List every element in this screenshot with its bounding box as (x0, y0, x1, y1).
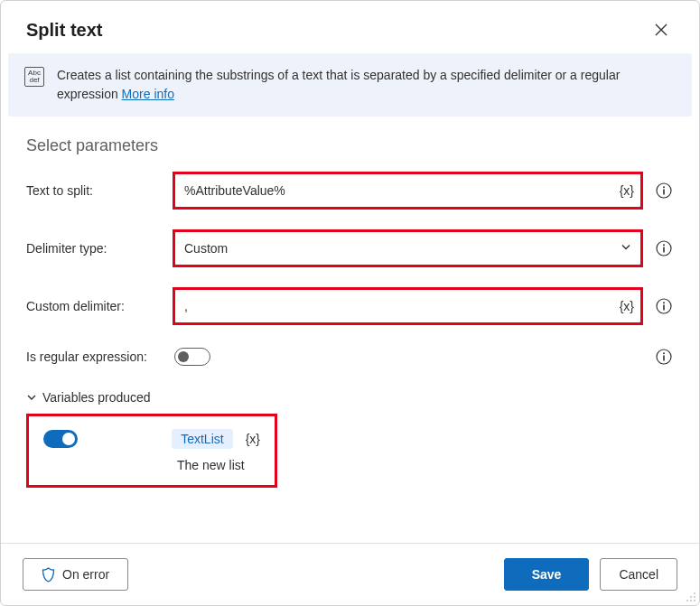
row-delimiter-type: Delimiter type: Custom (26, 231, 674, 266)
info-button[interactable] (654, 238, 674, 258)
row-custom-delimiter: Custom delimiter: {x} (26, 289, 674, 323)
svg-point-4 (663, 244, 665, 246)
text-to-split-input[interactable] (174, 173, 641, 208)
variable-picker-icon[interactable]: {x} (246, 432, 260, 446)
custom-delimiter-input[interactable] (174, 289, 641, 323)
info-icon (656, 298, 672, 314)
field-delimiter-type: Custom (174, 231, 641, 266)
svg-rect-2 (663, 190, 665, 195)
field-custom-delimiter: {x} (174, 289, 641, 323)
variable-picker-icon[interactable]: {x} (620, 183, 634, 198)
svg-point-13 (694, 596, 695, 598)
save-button[interactable]: Save (504, 558, 590, 591)
svg-point-1 (663, 186, 665, 188)
label-custom-delimiter: Custom delimiter: (26, 299, 162, 313)
info-icon (656, 240, 672, 256)
chevron-down-icon (620, 241, 632, 256)
field-text-to-split: {x} (174, 173, 641, 208)
variables-produced-box: TextList {x} The new list (26, 414, 277, 488)
resize-grip-icon[interactable] (685, 591, 697, 603)
variable-row: TextList {x} (43, 429, 260, 449)
shield-icon (42, 567, 55, 583)
svg-point-15 (690, 596, 692, 598)
is-regex-toggle[interactable] (174, 348, 210, 366)
svg-rect-8 (663, 305, 665, 311)
chevron-down-icon (26, 392, 37, 403)
svg-point-10 (663, 352, 665, 354)
row-is-regex: Is regular expression: (26, 347, 674, 367)
dialog-header: Split text (1, 1, 699, 53)
info-icon (656, 182, 672, 199)
split-text-dialog: Split text Abcdef Creates a list contain… (0, 0, 700, 606)
svg-point-16 (690, 600, 692, 601)
label-is-regex: Is regular expression: (26, 350, 162, 364)
svg-rect-5 (663, 247, 665, 253)
info-icon (656, 349, 672, 365)
variable-name-chip[interactable]: TextList (172, 429, 232, 449)
variable-enabled-toggle[interactable] (43, 430, 78, 448)
label-text-to-split: Text to split: (26, 183, 162, 198)
section-title: Select parameters (26, 136, 674, 155)
svg-point-14 (694, 600, 695, 601)
close-button[interactable] (649, 17, 674, 42)
cancel-button[interactable]: Cancel (600, 558, 677, 591)
row-text-to-split: Text to split: {x} (26, 173, 674, 208)
dialog-title: Split text (26, 20, 102, 41)
variable-description: The new list (177, 458, 260, 472)
info-button[interactable] (654, 181, 674, 200)
banner-text: Creates a list containing the substrings… (57, 66, 674, 104)
dialog-footer: On error Save Cancel (1, 543, 699, 605)
variables-produced-toggle[interactable]: Variables produced (26, 390, 674, 405)
info-button[interactable] (654, 296, 674, 316)
info-banner: Abcdef Creates a list containing the sub… (8, 53, 692, 117)
more-info-link[interactable]: More info (122, 87, 174, 101)
dialog-body: Select parameters Text to split: {x} Del… (1, 117, 699, 543)
svg-point-7 (663, 302, 665, 303)
text-action-icon: Abcdef (24, 67, 44, 87)
on-error-button[interactable]: On error (23, 558, 128, 591)
variable-picker-icon[interactable]: {x} (620, 299, 634, 313)
label-delimiter-type: Delimiter type: (26, 241, 162, 256)
field-is-regex (174, 348, 641, 366)
info-button[interactable] (654, 347, 674, 367)
delimiter-type-select[interactable]: Custom (174, 231, 641, 266)
close-icon (655, 23, 667, 36)
svg-point-17 (686, 600, 688, 601)
svg-point-12 (694, 592, 695, 594)
svg-rect-11 (663, 356, 665, 361)
